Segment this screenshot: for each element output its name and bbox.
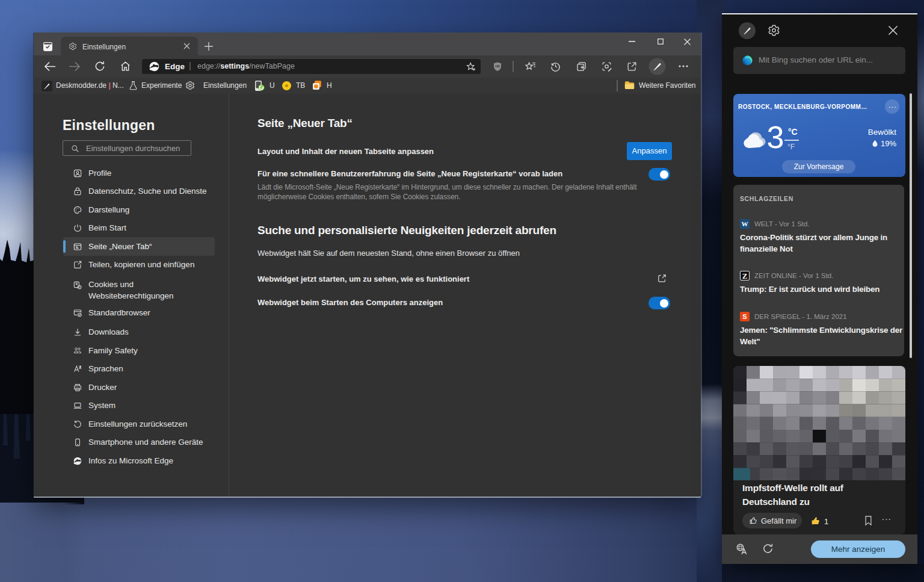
svg-text:UD: UD [495,64,500,68]
